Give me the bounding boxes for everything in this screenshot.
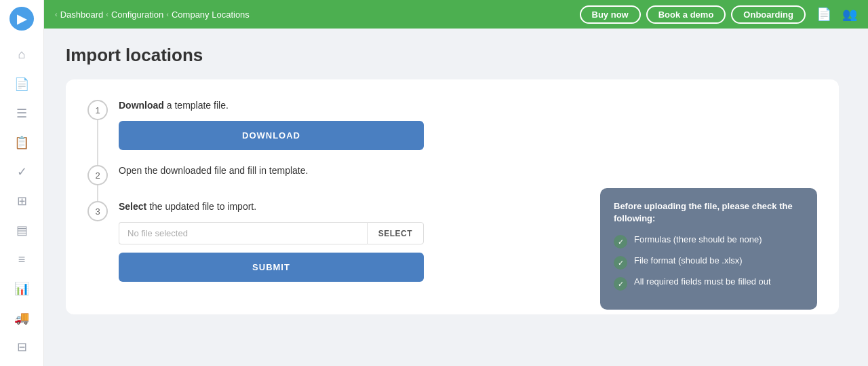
topnav-buttons: Buy now Book a demo Onboarding 📄 👥 — [580, 5, 857, 24]
checklist-item-1: ✓ Formulas (there should be none) — [614, 234, 804, 249]
step-1-bold: Download — [119, 100, 164, 111]
buy-now-button[interactable]: Buy now — [580, 5, 641, 24]
step-3-number: 3 — [87, 201, 108, 221]
logo-icon: ▶ — [17, 12, 26, 26]
breadcrumb-configuration[interactable]: Configuration — [111, 10, 163, 20]
onboarding-button[interactable]: Onboarding — [731, 5, 806, 24]
import-card: 1 Download a template file. DOWNLOAD 2 O… — [66, 79, 839, 314]
step-1-text: Download a template file. — [119, 98, 817, 113]
checklist-title: Before uploading the file, please check … — [614, 200, 804, 225]
sidebar-item-truck[interactable]: 🚚 — [9, 306, 34, 330]
step-2-row: 2 Open the downloaded file and fill in t… — [87, 164, 817, 186]
sidebar-logo[interactable]: ▶ — [9, 7, 34, 31]
step-1-row: 1 Download a template file. DOWNLOAD — [87, 98, 817, 150]
sidebar-item-document[interactable]: 📄 — [9, 72, 34, 96]
page-title: Import locations — [66, 45, 846, 66]
check-icon-2: ✓ — [614, 256, 627, 270]
breadcrumb-dashboard[interactable]: Dashboard — [60, 10, 104, 20]
topnav: ‹ Dashboard ‹ Configuration ‹ Company Lo… — [44, 0, 868, 29]
sidebar-item-home[interactable]: ⌂ — [9, 43, 34, 67]
step-1-plain: a template file. — [167, 100, 229, 111]
step-2-content: Open the downloaded file and fill in tem… — [119, 164, 817, 186]
step-1-content: Download a template file. DOWNLOAD — [119, 98, 817, 150]
checklist-box: Before uploading the file, please check … — [600, 188, 817, 310]
file-select-row: No file selected SELECT — [119, 222, 424, 244]
sidebar-item-clipboard[interactable]: 📋 — [9, 130, 34, 154]
check-icon-1: ✓ — [614, 235, 627, 249]
sidebar-item-menu[interactable]: ≡ — [9, 248, 34, 272]
file-placeholder-text: No file selected — [127, 228, 188, 238]
submit-button[interactable]: SUBMIT — [119, 253, 424, 282]
main-panel: ‹ Dashboard ‹ Configuration ‹ Company Lo… — [44, 0, 868, 366]
check-icon-3: ✓ — [614, 277, 627, 291]
sidebar-item-grid[interactable]: ⊞ — [9, 189, 34, 213]
sidebar-item-chart[interactable]: 📊 — [9, 277, 34, 301]
download-button[interactable]: DOWNLOAD — [119, 121, 424, 150]
checklist-text-3: All required fields must be filled out — [634, 276, 771, 287]
step-1-number: 1 — [87, 100, 108, 120]
sidebar: ▶ ⌂ 📄 ☰ 📋 ✓ ⊞ ▤ ≡ 📊 🚚 ⊟ — [0, 0, 44, 366]
checklist-item-2: ✓ File format (should be .xlsx) — [614, 255, 804, 270]
select-file-button[interactable]: SELECT — [367, 222, 424, 244]
step-2-text: Open the downloaded file and fill in tem… — [119, 164, 817, 178]
checklist-text-1: Formulas (there should be none) — [634, 234, 762, 244]
step-2-number: 2 — [87, 165, 108, 185]
checklist-text-2: File format (should be .xlsx) — [634, 255, 743, 266]
pages-icon[interactable]: 📄 — [816, 7, 831, 22]
sidebar-item-list[interactable]: ☰ — [9, 101, 34, 125]
sidebar-item-card[interactable]: ▤ — [9, 219, 34, 242]
sidebar-item-database[interactable]: ⊟ — [9, 335, 34, 359]
book-demo-button[interactable]: Book a demo — [646, 5, 726, 24]
step-3-bold: Select — [119, 201, 146, 212]
users-icon[interactable]: 👥 — [842, 7, 857, 22]
checklist-item-3: ✓ All required fields must be filled out — [614, 276, 804, 291]
step-3-plain: the updated file to import. — [149, 201, 256, 212]
breadcrumb-company-locations[interactable]: Company Locations — [172, 10, 250, 20]
page-content: Import locations 1 Download a template f… — [44, 29, 868, 366]
file-input-display: No file selected — [119, 222, 367, 244]
breadcrumb: ‹ Dashboard ‹ Configuration ‹ Company Lo… — [55, 10, 574, 20]
sidebar-item-check[interactable]: ✓ — [9, 160, 34, 183]
